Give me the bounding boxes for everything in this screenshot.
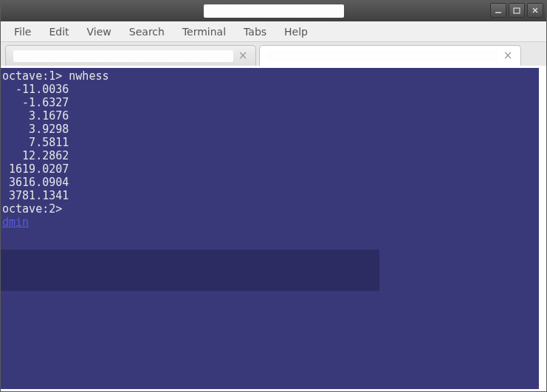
terminal-line: 7.5811 bbox=[1, 136, 539, 149]
terminal-line: 3.9298 bbox=[1, 123, 539, 136]
window-controls bbox=[490, 3, 543, 18]
maximize-icon bbox=[513, 7, 520, 14]
terminal-line: 12.2862 bbox=[1, 149, 539, 162]
menu-terminal[interactable]: Terminal bbox=[173, 23, 235, 41]
terminal-line: octave:1> nwhess bbox=[1, 69, 539, 83]
terminal-output[interactable]: octave:1> nwhess -11.0036 -1.6327 3.1676… bbox=[1, 68, 539, 389]
tab-1-close-icon[interactable]: × bbox=[238, 51, 248, 61]
tab-1-label bbox=[13, 50, 233, 62]
titlebar[interactable] bbox=[1, 1, 546, 21]
menu-edit[interactable]: Edit bbox=[40, 23, 78, 41]
tab-2[interactable]: × bbox=[259, 45, 521, 66]
svg-rect-1 bbox=[514, 8, 520, 13]
minimize-button[interactable] bbox=[490, 3, 506, 18]
terminal-line: 1619.0207 bbox=[1, 162, 539, 176]
menu-view[interactable]: View bbox=[78, 23, 120, 41]
terminal-line: -1.6327 bbox=[1, 96, 539, 109]
terminal-window: File Edit View Search Terminal Tabs Help… bbox=[0, 0, 547, 392]
tab-1[interactable]: × bbox=[5, 45, 256, 66]
menubar: File Edit View Search Terminal Tabs Help bbox=[1, 21, 546, 42]
terminal-line: 3.1676 bbox=[1, 109, 539, 123]
terminal-prompt: octave:2> bbox=[1, 202, 539, 216]
window-title bbox=[204, 4, 344, 18]
menu-tabs[interactable]: Tabs bbox=[235, 23, 275, 41]
overlay-box bbox=[1, 250, 379, 291]
menu-file[interactable]: File bbox=[5, 23, 40, 41]
tabbar: × × bbox=[1, 42, 546, 66]
menu-search[interactable]: Search bbox=[120, 23, 173, 41]
close-button[interactable] bbox=[527, 3, 543, 18]
tab-2-label bbox=[267, 50, 498, 62]
close-icon bbox=[531, 7, 539, 14]
terminal-link[interactable]: dmin bbox=[1, 216, 539, 229]
maximize-button[interactable] bbox=[509, 3, 525, 18]
terminal-line: 3781.1341 bbox=[1, 189, 539, 202]
terminal-line: -11.0036 bbox=[1, 83, 539, 96]
tab-2-close-icon[interactable]: × bbox=[503, 51, 513, 61]
menu-help[interactable]: Help bbox=[275, 23, 317, 41]
terminal-line: 3616.0904 bbox=[1, 176, 539, 189]
minimize-icon bbox=[495, 7, 502, 14]
content-area: octave:1> nwhess -11.0036 -1.6327 3.1676… bbox=[1, 66, 546, 391]
